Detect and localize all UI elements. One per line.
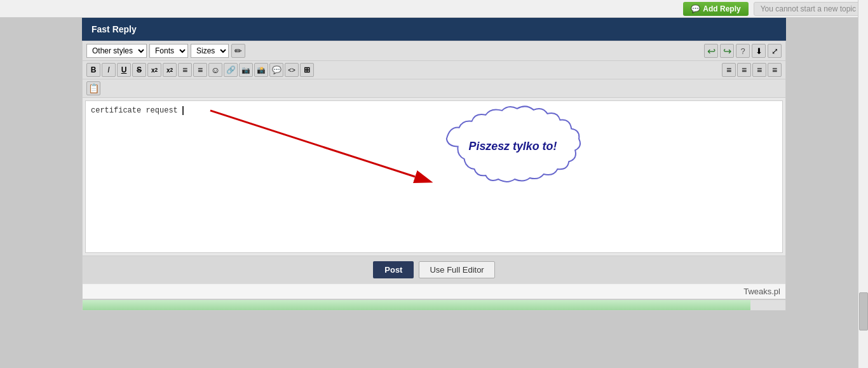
cloud-text: Piszesz tylko to!: [469, 140, 557, 153]
cursor: [178, 106, 184, 115]
bottom-area: Post Use Full Editor: [83, 256, 785, 283]
paste-button[interactable]: 📋: [86, 81, 100, 95]
undo-icon: ↩: [707, 45, 715, 57]
expand-button[interactable]: ⤢: [768, 44, 782, 58]
editor-text: certificate request: [91, 106, 178, 115]
emoji-button[interactable]: ☺: [208, 63, 222, 77]
redo-icon: ↪: [723, 45, 731, 57]
expand-icon: ⤢: [771, 46, 778, 56]
attribution: Tweaks.pl: [83, 283, 785, 299]
align-right-button[interactable]: ≡: [752, 63, 766, 77]
progress-bar-container: [82, 299, 786, 311]
editor-container: Other styles Fonts Sizes ✏ ↩ ↪: [82, 41, 786, 299]
progress-bar-fill: [83, 300, 750, 310]
subscript-button[interactable]: x2: [147, 63, 161, 77]
align-justify-button[interactable]: ≡: [768, 63, 782, 77]
add-reply-button[interactable]: Add Reply: [683, 2, 748, 16]
top-bar: Add Reply You cannot start a new topic: [0, 0, 868, 18]
underline-button[interactable]: U: [117, 63, 131, 77]
ordered-list-button[interactable]: ≡: [193, 63, 207, 77]
image2-button[interactable]: 📸: [254, 63, 268, 77]
edit-area[interactable]: certificate request Piszesz tylko t: [85, 100, 783, 253]
pencil-icon: ✏: [234, 46, 242, 56]
attribution-text: Tweaks.pl: [743, 287, 780, 296]
toolbar-align-buttons: ≡ ≡ ≡ ≡: [722, 63, 782, 77]
toolbar-right: ↩ ↪ ? ⬇ ⤢: [704, 44, 782, 58]
toolbar-row1: Other styles Fonts Sizes ✏ ↩ ↪: [83, 41, 785, 61]
toolbar-left: Other styles Fonts Sizes ✏: [86, 44, 245, 58]
link-button[interactable]: 🔗: [224, 63, 238, 77]
code-button[interactable]: <>: [285, 63, 299, 77]
toolbar-format-buttons: B I U S x2 x2 ≡ ≡ ☺ 🔗 📷 📸 💬 <> ⊞: [86, 63, 314, 77]
align-left-button[interactable]: ≡: [722, 63, 736, 77]
help-icon: ?: [740, 46, 745, 56]
toolbar-row2: B I U S x2 x2 ≡ ≡ ☺ 🔗 📷 📸 💬 <> ⊞ ≡ ≡ ≡: [83, 61, 785, 79]
full-editor-button[interactable]: Use Full Editor: [419, 261, 494, 278]
pencil-button[interactable]: ✏: [231, 44, 245, 58]
table-button[interactable]: ⊞: [300, 63, 314, 77]
fast-reply-title: Fast Reply: [92, 24, 137, 34]
help-button[interactable]: ?: [736, 44, 750, 58]
styles-select[interactable]: Other styles: [86, 44, 147, 58]
quote-button[interactable]: 💬: [269, 63, 283, 77]
strikethrough-button[interactable]: S: [132, 63, 146, 77]
scrollbar-track[interactable]: [858, 0, 868, 368]
annotation-arrow: [210, 111, 415, 177]
download-icon: ⬇: [756, 46, 763, 56]
post-button[interactable]: Post: [373, 261, 414, 278]
fonts-select[interactable]: Fonts: [149, 44, 188, 58]
annotation-layer: Piszesz tylko to!: [86, 101, 782, 252]
annotation-cloud: Piszesz tylko to!: [447, 106, 580, 182]
undo-button[interactable]: ↩: [704, 44, 718, 58]
fast-reply-header: Fast Reply: [82, 18, 786, 41]
redo-button[interactable]: ↪: [720, 44, 734, 58]
italic-button[interactable]: I: [102, 63, 116, 77]
download-button[interactable]: ⬇: [752, 44, 766, 58]
sizes-select[interactable]: Sizes: [191, 44, 229, 58]
bold-button[interactable]: B: [86, 63, 100, 77]
unordered-list-button[interactable]: ≡: [178, 63, 192, 77]
image-button[interactable]: 📷: [239, 63, 253, 77]
toolbar-row3: 📋: [83, 79, 785, 98]
cannot-start-notice: You cannot start a new topic: [754, 2, 863, 16]
superscript-button[interactable]: x2: [163, 63, 177, 77]
align-center-button[interactable]: ≡: [737, 63, 751, 77]
paste-icon: 📋: [88, 83, 99, 93]
main-container: Fast Reply Other styles Fonts Sizes ✏: [82, 18, 786, 299]
scrollbar-thumb[interactable]: [859, 292, 868, 331]
editor-content: certificate request: [91, 106, 777, 115]
